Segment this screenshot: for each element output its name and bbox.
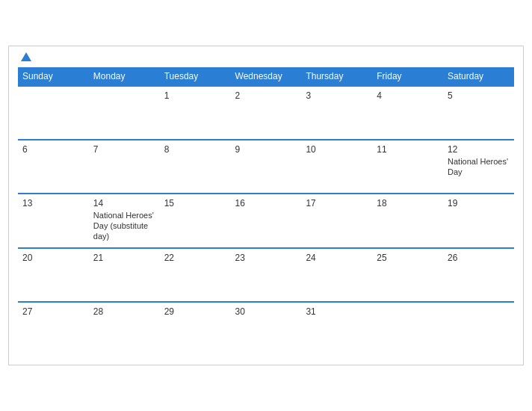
day-number: 26 <box>448 253 510 263</box>
day-number: 2 <box>235 90 297 101</box>
calendar-day-cell: 10 <box>301 140 372 194</box>
calendar-day-cell: 20 <box>18 248 89 302</box>
day-number: 5 <box>448 90 510 101</box>
event-text: National Heroes' Day <box>448 157 508 176</box>
day-number: 20 <box>22 253 84 263</box>
calendar-day-cell: 13 <box>18 194 89 249</box>
day-number: 10 <box>306 144 368 155</box>
day-number: 25 <box>377 253 439 263</box>
day-number: 15 <box>164 198 226 208</box>
day-number: 14 <box>93 198 155 208</box>
calendar-day-cell: 11 <box>372 140 443 194</box>
day-number: 17 <box>306 198 368 208</box>
calendar-day-cell: 25 <box>372 248 443 302</box>
day-number: 7 <box>93 144 155 155</box>
day-number: 9 <box>235 144 297 155</box>
weekday-header-monday: Monday <box>89 67 160 86</box>
weekday-header-thursday: Thursday <box>301 67 372 86</box>
day-number: 1 <box>164 90 226 101</box>
calendar-day-cell: 6 <box>18 140 89 194</box>
calendar-day-cell: 7 <box>89 140 160 194</box>
day-number: 11 <box>377 144 439 155</box>
calendar-week-row: 1314National Heroes' Day (substitute day… <box>18 194 514 249</box>
day-number: 6 <box>22 144 84 155</box>
calendar-day-cell: 30 <box>231 302 302 356</box>
calendar-day-cell: 27 <box>18 302 89 356</box>
calendar-day-cell: 1 <box>160 86 231 140</box>
calendar-day-cell: 16 <box>231 194 302 249</box>
day-number: 18 <box>377 198 439 208</box>
day-number: 8 <box>164 144 226 155</box>
weekday-header-friday: Friday <box>372 67 443 86</box>
calendar-day-cell: 28 <box>89 302 160 356</box>
calendar-day-cell: 19 <box>443 194 514 249</box>
calendar-day-cell: 29 <box>160 302 231 356</box>
day-number: 24 <box>306 253 368 263</box>
logo-triangle-icon <box>21 52 31 61</box>
day-number: 22 <box>164 253 226 263</box>
day-number: 27 <box>22 306 84 317</box>
calendar-table: SundayMondayTuesdayWednesdayThursdayFrid… <box>18 67 514 356</box>
calendar-week-row: 2728293031 <box>18 302 514 356</box>
calendar-day-cell <box>18 86 89 140</box>
calendar-day-cell: 18 <box>372 194 443 249</box>
calendar-day-cell: 31 <box>301 302 372 356</box>
calendar-day-cell <box>443 302 514 356</box>
weekday-header-sunday: Sunday <box>18 67 89 86</box>
day-number: 4 <box>377 90 439 101</box>
calendar-day-cell: 2 <box>231 86 302 140</box>
calendar-day-cell <box>372 302 443 356</box>
day-number: 12 <box>448 144 510 155</box>
calendar-day-cell: 12National Heroes' Day <box>443 140 514 194</box>
weekday-header-tuesday: Tuesday <box>160 67 231 86</box>
calendar-day-cell <box>89 86 160 140</box>
calendar-container: SundayMondayTuesdayWednesdayThursdayFrid… <box>8 46 524 366</box>
logo <box>18 54 31 61</box>
day-number: 21 <box>93 253 155 263</box>
calendar-week-row: 6789101112National Heroes' Day <box>18 140 514 194</box>
day-number: 29 <box>164 306 226 317</box>
calendar-week-row: 20212223242526 <box>18 248 514 302</box>
calendar-day-cell: 23 <box>231 248 302 302</box>
calendar-day-cell: 17 <box>301 194 372 249</box>
calendar-header <box>18 54 514 61</box>
calendar-day-cell: 8 <box>160 140 231 194</box>
day-number: 3 <box>306 90 368 101</box>
day-number: 31 <box>306 306 368 317</box>
calendar-day-cell: 4 <box>372 86 443 140</box>
day-number: 23 <box>235 253 297 263</box>
day-number: 16 <box>235 198 297 208</box>
event-text: National Heroes' Day (substitute day) <box>93 211 154 241</box>
day-number: 13 <box>22 198 84 208</box>
calendar-day-cell: 9 <box>231 140 302 194</box>
calendar-week-row: 12345 <box>18 86 514 140</box>
calendar-day-cell: 22 <box>160 248 231 302</box>
day-number: 30 <box>235 306 297 317</box>
weekday-header-wednesday: Wednesday <box>231 67 302 86</box>
day-number: 28 <box>93 306 155 317</box>
calendar-day-cell: 21 <box>89 248 160 302</box>
calendar-day-cell: 14National Heroes' Day (substitute day) <box>89 194 160 249</box>
calendar-day-cell: 15 <box>160 194 231 249</box>
calendar-day-cell: 3 <box>301 86 372 140</box>
weekday-header-saturday: Saturday <box>443 67 514 86</box>
calendar-day-cell: 26 <box>443 248 514 302</box>
calendar-day-cell: 5 <box>443 86 514 140</box>
calendar-day-cell: 24 <box>301 248 372 302</box>
weekday-header-row: SundayMondayTuesdayWednesdayThursdayFrid… <box>18 67 514 86</box>
day-number: 19 <box>448 198 510 208</box>
